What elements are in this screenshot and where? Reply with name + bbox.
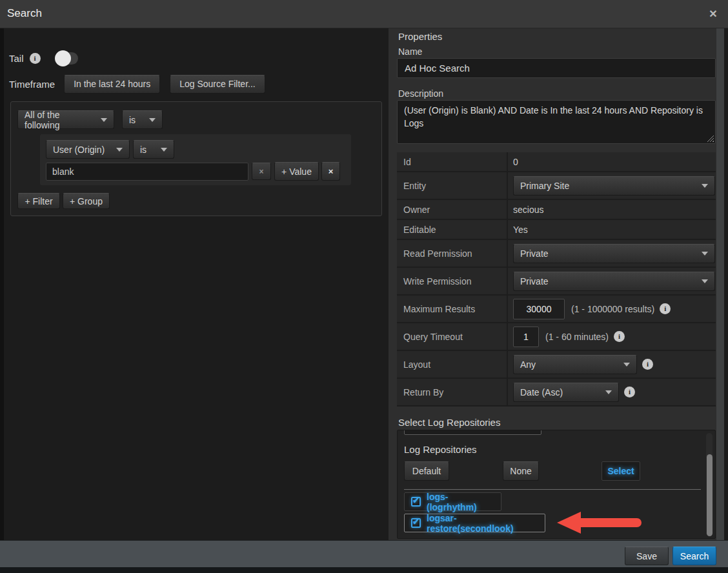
row-label: Editable	[397, 220, 508, 239]
dialog-footer	[0, 540, 728, 567]
editable-value: Yes	[513, 225, 528, 235]
add-group-button[interactable]: + Group	[63, 193, 110, 209]
filter-verb-dropdown[interactable]: is	[133, 140, 174, 159]
group-verb-dropdown[interactable]: is	[122, 110, 163, 129]
row-label: Read Permission	[397, 240, 508, 266]
log-source-filter-button[interactable]: Log Source Filter...	[170, 75, 265, 94]
write-permission-value: Private	[520, 276, 549, 286]
row-label: Entity	[397, 172, 508, 199]
filter-group-box: All of the following is User (Origin) is	[10, 101, 382, 216]
properties-header: Properties	[398, 31, 442, 42]
default-button[interactable]: Default	[404, 461, 449, 481]
property-row-layout: Layout Any i	[397, 351, 716, 379]
log-repositories-label: Log Repositories	[404, 444, 477, 455]
save-button[interactable]: Save	[625, 547, 669, 565]
none-button[interactable]: None	[503, 461, 539, 481]
repository-item-logsar-restore-secondlook[interactable]: ✔ logsar-restore(secondlook)	[404, 514, 545, 532]
query-timeout-info-icon[interactable]: i	[614, 331, 625, 342]
tail-row: Tail i	[9, 50, 78, 66]
filter-value-input[interactable]	[46, 163, 248, 181]
row-label: Layout	[397, 351, 508, 377]
repository-item-logs-logrhythm[interactable]: ✔ logs-(logrhythm)	[404, 492, 501, 511]
entity-dropdown[interactable]: Primary Site	[513, 176, 715, 196]
row-label: Query Timeout	[397, 323, 508, 350]
remove-filter-button[interactable]: ×	[321, 162, 340, 181]
row-label: Owner	[397, 200, 508, 219]
chevron-down-icon	[161, 148, 167, 152]
search-button[interactable]: Search	[672, 547, 716, 565]
underlying-page-bottom-edge	[0, 567, 728, 573]
property-row-editable: Editable Yes	[397, 220, 716, 240]
add-value-button[interactable]: + Value	[274, 162, 319, 181]
property-row-entity: Entity Primary Site	[397, 172, 716, 200]
filter-field-value: User (Origin)	[53, 145, 105, 155]
divider	[404, 489, 701, 490]
filter-verb-value: is	[140, 145, 147, 155]
property-row-maximum-results: Maximum Results (1 - 1000000 results) i	[397, 296, 716, 323]
scrolled-partial-field	[404, 430, 541, 435]
timeframe-row: Timeframe In the last 24 hours Log Sourc…	[9, 74, 275, 94]
timeframe-button[interactable]: In the last 24 hours	[64, 75, 160, 94]
toggle-knob	[55, 50, 71, 66]
select-button-label: Select	[607, 466, 634, 476]
group-operator-dropdown[interactable]: All of the following	[17, 110, 114, 129]
properties-table: Id 0 Entity Primary Site Owner secious	[397, 152, 716, 407]
log-repositories-panel[interactable]: Log Repositories Default None Select ✔ l…	[397, 430, 716, 539]
description-textarea[interactable]: (User (Origin) is Blank) AND Date is In …	[397, 100, 716, 144]
chevron-down-icon	[605, 390, 612, 394]
maximum-results-info-icon[interactable]: i	[660, 303, 671, 314]
entity-value: Primary Site	[520, 181, 569, 191]
name-input[interactable]	[397, 58, 716, 78]
filter-field-dropdown[interactable]: User (Origin)	[46, 140, 130, 159]
dialog-right-edge	[716, 28, 724, 540]
description-text: (User (Origin) is Blank) AND Date is In …	[404, 105, 703, 128]
return-by-dropdown[interactable]: Date (Asc)	[513, 383, 619, 402]
select-log-repositories-label: Select Log Repositories	[398, 417, 500, 428]
search-dialog: Search ✕ Tail i Timeframe In the last 24…	[0, 0, 728, 573]
scrollbar-thumb[interactable]	[707, 454, 713, 536]
resize-handle-icon[interactable]	[707, 135, 714, 142]
property-row-query-timeout: Query Timeout (1 - 60 minutes) i	[397, 323, 716, 351]
query-builder-panel: Tail i Timeframe In the last 24 hours Lo…	[4, 28, 389, 540]
repositories-scrollbar[interactable]	[706, 433, 713, 536]
group-verb-value: is	[129, 115, 136, 125]
repository-label: logsar-restore(secondlook)	[427, 513, 538, 534]
query-timeout-hint: (1 - 60 minutes)	[545, 332, 609, 342]
property-row-write-permission: Write Permission Private	[397, 268, 716, 296]
chevron-down-icon	[116, 148, 123, 152]
id-value: 0	[513, 157, 518, 167]
select-button[interactable]: Select	[602, 461, 640, 481]
close-icon[interactable]: ✕	[706, 7, 720, 21]
chevron-down-icon	[149, 118, 156, 122]
row-label: Maximum Results	[397, 296, 508, 322]
filter-value-row: × + Value ×	[46, 162, 340, 181]
row-label: Write Permission	[397, 268, 508, 294]
write-permission-dropdown[interactable]: Private	[513, 272, 715, 291]
property-row-owner: Owner secious	[397, 200, 716, 220]
group-operator-value: All of the following	[25, 110, 94, 130]
return-by-value: Date (Asc)	[520, 387, 563, 397]
layout-info-icon[interactable]: i	[642, 359, 653, 370]
checkbox-checked-icon[interactable]: ✔	[411, 497, 421, 507]
chevron-down-icon	[702, 279, 708, 283]
clear-value-button[interactable]: ×	[252, 163, 271, 180]
checkbox-checked-icon[interactable]: ✔	[411, 518, 421, 528]
layout-dropdown[interactable]: Any	[513, 355, 637, 374]
row-label: Return By	[397, 379, 508, 405]
group-operator-row: All of the following is	[17, 110, 163, 129]
maximum-results-input[interactable]	[513, 299, 565, 319]
filter-condition-box: User (Origin) is × + Value ×	[40, 134, 351, 185]
timeframe-label: Timeframe	[9, 79, 55, 90]
chevron-down-icon	[702, 184, 708, 188]
query-timeout-input[interactable]	[513, 327, 539, 347]
tail-toggle[interactable]	[56, 52, 78, 65]
read-permission-dropdown[interactable]: Private	[513, 244, 715, 263]
description-label: Description	[398, 88, 443, 99]
read-permission-value: Private	[520, 248, 549, 259]
repository-label: logs-(logrhythm)	[427, 492, 494, 512]
underlying-page-right-edge	[724, 28, 728, 540]
chevron-down-icon	[702, 252, 708, 256]
tail-info-icon[interactable]: i	[30, 53, 41, 64]
add-filter-button[interactable]: + Filter	[17, 193, 60, 209]
return-by-info-icon[interactable]: i	[624, 387, 635, 397]
